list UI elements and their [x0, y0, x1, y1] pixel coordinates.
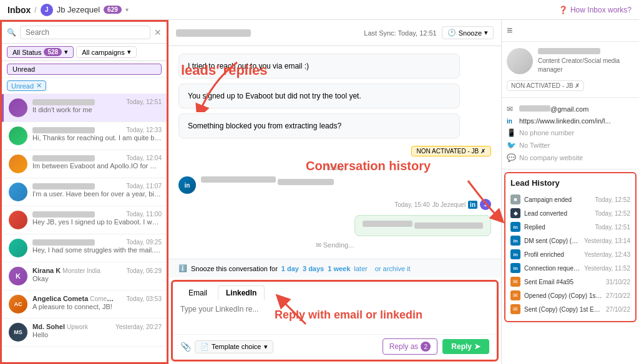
center-panel: Last Sync: Today, 12:51 🕐 Snooze ▾ I tri…	[168, 20, 502, 364]
conv-content-7: Kirana K Monster India Today, 06:29 Okay	[32, 267, 162, 282]
unread-tag[interactable]: Unread ✕	[7, 80, 46, 91]
conv-avatar-2	[9, 127, 27, 145]
history-item-1: ◆ Lead converted Today, 12:52	[510, 206, 630, 220]
snooze-later-link[interactable]: later	[354, 265, 367, 272]
history-item-3: in DM sent (Copy) (Copy) ... Yesterday, …	[510, 234, 630, 247]
hist-icon-8: ✉	[510, 304, 520, 314]
linkedin-msg-name-blurred	[201, 176, 276, 183]
conversation-item-3[interactable]: Today, 12:04 Im between Evaboot and Apol…	[2, 150, 167, 178]
compose-input[interactable]	[180, 305, 489, 327]
conv-avatar-1	[9, 98, 27, 117]
compose-input-area	[173, 300, 497, 334]
template-choice-button[interactable]: 📄 Template choice ▾	[195, 340, 273, 353]
reply-as-count: 2	[421, 342, 431, 352]
unread-section: Unread	[2, 61, 167, 78]
profile-row: Content Creator/Social media manager	[507, 48, 634, 74]
conv-content-1: Today, 12:51 It didn't work for me	[32, 98, 162, 113]
snooze-info-icon: ℹ️	[178, 264, 187, 272]
tab-email[interactable]: Email	[180, 285, 215, 300]
hist-icon-6: ✉	[510, 277, 520, 287]
how-inbox-link[interactable]: ❓ How Inbox works?	[559, 6, 632, 14]
history-item-2: in Replied Today, 12:51	[510, 220, 630, 234]
hist-icon-5: in	[510, 263, 520, 273]
username-dropdown-icon[interactable]: ▾	[125, 6, 129, 13]
conv-content-9: Md. Sohel Upwork Yesterday, 20:27 Hello	[32, 323, 162, 338]
user-avatar-small: J	[41, 4, 53, 16]
conversation-item-5[interactable]: Today, 11:00 Hey JB, yes I signed up to …	[2, 206, 167, 234]
all-campaigns-filter[interactable]: All campaigns ▾	[76, 46, 136, 58]
snooze-chevron: ▾	[484, 29, 488, 37]
history-item-6: ✉ Sent Email #4a95 31/10/22	[510, 275, 630, 289]
history-item-0: ■ Campaign ended Today, 12:52	[510, 193, 630, 206]
conversation-item-2[interactable]: Today, 12:33 Hi, Thanks for reaching out…	[2, 122, 167, 150]
snooze-button[interactable]: 🕐 Snooze ▾	[442, 26, 494, 39]
template-chevron: ▾	[264, 343, 268, 351]
right-panel: ≡ Content Creator/Social media manager N…	[502, 20, 639, 364]
outgoing-meta: Today, 15:40 Jb Jezequel in J	[394, 199, 491, 210]
conv-name-7: Kirana K Monster India	[32, 267, 100, 274]
search-input[interactable]	[20, 26, 150, 39]
email-icon: ✉	[507, 105, 515, 113]
conversation-item-8[interactable]: AC Angelica Cometa Cometa Dig... Today, …	[2, 290, 167, 318]
linkedin-row: in https://www.linkedin.com/in/l...	[507, 115, 634, 127]
contact-name-blurred	[176, 29, 251, 37]
conv-avatar-3	[9, 155, 27, 173]
conv-content-8: Angelica Cometa Cometa Dig... Today, 03:…	[32, 295, 162, 310]
twitter-row: 🐦 No Twitter	[507, 139, 634, 151]
website-row: 💬 No company website	[507, 151, 634, 164]
unread-tag-row: Unread ✕	[2, 78, 167, 94]
hist-icon-0: ■	[510, 194, 520, 204]
unread-filter-btn[interactable]: Unread	[7, 64, 162, 75]
conv-content-6: Today, 09:25 Hey, I had some struggles w…	[32, 239, 162, 254]
lead-history-title: Lead History	[510, 178, 630, 188]
all-status-filter[interactable]: All Status 528 ▾	[7, 46, 74, 58]
linkedin-avatar: in	[178, 176, 196, 194]
conv-content-2: Today, 12:33 Hi, Thanks for reaching out…	[32, 127, 162, 141]
conversation-item-1[interactable]: Today, 12:51 It didn't work for me	[2, 94, 167, 122]
inbox-count-badge: 629	[104, 6, 122, 14]
reply-button[interactable]: Reply ➤	[442, 339, 489, 354]
hist-icon-3: in	[510, 236, 520, 246]
messages-area: I tried to reach out to you via email :)…	[168, 46, 501, 259]
outgoing-bubble-row	[178, 215, 491, 236]
conv-content-4: Today, 11:07 I'm a user. Have been for o…	[32, 183, 162, 198]
conv-avatar-6	[9, 239, 27, 257]
attach-icon[interactable]: 📎	[180, 342, 191, 352]
conversation-item-9[interactable]: MS Md. Sohel Upwork Yesterday, 20:27 Hel…	[2, 318, 167, 347]
conv-name-1	[32, 99, 95, 105]
breadcrumb-slash: /	[34, 6, 36, 14]
incoming-linkedin-msg: in	[178, 176, 491, 194]
email-value: @gmail.com	[519, 105, 588, 113]
phone-row: 📱 No phone number	[507, 127, 634, 139]
contact-profile: Content Creator/Social media manager NON…	[502, 42, 639, 98]
compose-footer: 📎 📄 Template choice ▾ Reply as 2 Reply ➤	[173, 334, 497, 360]
conversation-item-6[interactable]: Today, 09:25 Hey, I had some struggles w…	[2, 234, 167, 262]
website-icon: 💬	[507, 153, 515, 162]
conversation-item-4[interactable]: Today, 11:07 I'm a user. Have been for o…	[2, 178, 167, 206]
snooze-3days-link[interactable]: 3 days	[303, 265, 324, 272]
top-nav: Inbox / J Jb Jezequel 629 ▾ ❓ How Inbox …	[0, 0, 639, 20]
outgoing-linkedin-badge: in	[468, 201, 477, 209]
lead-history-panel: Lead History ■ Campaign ended Today, 12:…	[504, 172, 637, 322]
campaigns-chevron: ▾	[127, 48, 131, 56]
unread-tag-close[interactable]: ✕	[36, 82, 42, 90]
outgoing-row: Today, 15:40 Jb Jezequel in J	[178, 199, 491, 210]
linkedin-msg-content-blurred	[278, 179, 334, 185]
close-search-icon[interactable]: ✕	[154, 27, 162, 37]
archive-link[interactable]: or archive it	[375, 265, 411, 272]
compose-footer-left: 📎 📄 Template choice ▾	[180, 340, 273, 353]
conversation-list: Today, 12:51 It didn't work for me Today…	[2, 94, 167, 362]
linkedin-url-value: https://www.linkedin.com/in/l...	[519, 117, 611, 125]
left-sidebar: 🔍 ✕ All Status 528 ▾ All campaigns ▾ Unr…	[0, 20, 168, 364]
all-status-count: 528	[44, 48, 62, 56]
snooze-1week-link[interactable]: 1 week	[328, 265, 350, 272]
reply-as-button[interactable]: Reply as 2	[383, 338, 438, 355]
noa-badge-right: NON ACTIVATED - JB ✗	[507, 80, 584, 91]
conversation-item-7[interactable]: K Kirana K Monster India Today, 06:29 Ok…	[2, 262, 167, 290]
snooze-1day-link[interactable]: 1 day	[281, 265, 299, 272]
hamburger-icon[interactable]: ≡	[507, 25, 512, 36]
history-item-5: in Connection requested Yesterday, 11:52	[510, 261, 630, 275]
conv-content-5: Today, 11:00 Hey JB, yes I signed up to …	[32, 211, 162, 226]
tab-linkedin[interactable]: LinkedIn	[218, 285, 265, 300]
profile-avatar	[507, 48, 533, 74]
